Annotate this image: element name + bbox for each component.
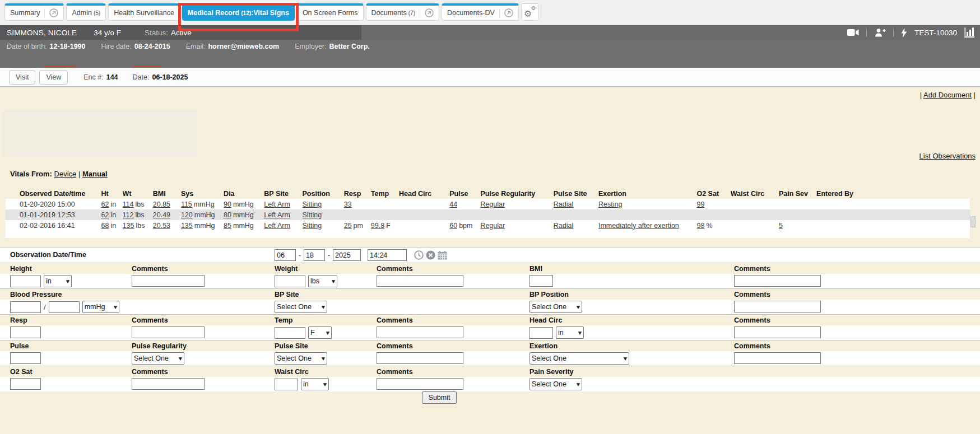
- device-link[interactable]: Device: [54, 170, 77, 178]
- waist-circ-input[interactable]: [275, 379, 298, 390]
- weight-input[interactable]: [275, 276, 305, 287]
- waist-circ-select[interactable]: in: [301, 378, 329, 390]
- blood-pressure-input[interactable]: [49, 301, 80, 313]
- table-cell: Left Arm: [264, 199, 302, 209]
- lightning-bolt-icon[interactable]: [901, 28, 907, 38]
- comments-input[interactable]: [132, 326, 205, 338]
- tab-health-surveillance[interactable]: Health Surveillance: [108, 3, 180, 21]
- vital-value-link[interactable]: 33: [344, 200, 352, 208]
- vital-value-link[interactable]: 120: [181, 211, 193, 219]
- tab-admin[interactable]: Admin(5): [66, 3, 106, 21]
- blood-pressure-input[interactable]: [10, 301, 41, 313]
- vital-value-link[interactable]: Radial: [554, 200, 573, 208]
- pulse-input[interactable]: [10, 352, 41, 364]
- vital-value-link[interactable]: 62: [101, 200, 109, 208]
- bp-site-select[interactable]: Select One: [275, 301, 327, 313]
- obs-time-input[interactable]: [368, 249, 407, 261]
- clear-circle-icon[interactable]: [426, 250, 435, 260]
- vital-value-link[interactable]: Regular: [480, 200, 505, 208]
- obs-month-input[interactable]: [275, 249, 296, 261]
- view-button[interactable]: View: [39, 70, 68, 85]
- video-camera-icon[interactable]: [847, 29, 859, 36]
- vital-value-link[interactable]: 25: [344, 222, 352, 230]
- height-input[interactable]: [10, 276, 41, 287]
- pulse-site-select[interactable]: Select One: [275, 352, 327, 365]
- comments-input[interactable]: [734, 352, 821, 364]
- o2-sat-input[interactable]: [10, 378, 41, 390]
- vital-value-link[interactable]: 98: [696, 222, 704, 230]
- height-select[interactable]: in: [44, 275, 72, 287]
- tab-summary[interactable]: Summary: [4, 3, 64, 21]
- temp-select[interactable]: F: [308, 326, 332, 339]
- vital-value-link[interactable]: 20.49: [153, 211, 170, 219]
- open-in-new-icon[interactable]: [499, 8, 513, 17]
- pain-severity-select[interactable]: Select One: [530, 378, 582, 390]
- bar-chart-icon[interactable]: [964, 27, 974, 38]
- tab-on-screen-forms[interactable]: On Screen Forms: [297, 3, 364, 21]
- vital-value-link[interactable]: Sitting: [303, 222, 322, 230]
- comments-input[interactable]: [377, 378, 463, 390]
- vital-value-link[interactable]: 90: [224, 200, 231, 208]
- exertion-select[interactable]: Select One: [530, 352, 629, 365]
- vital-value-link[interactable]: Sitting: [303, 211, 322, 219]
- comments-input[interactable]: [132, 275, 205, 287]
- bmi-input[interactable]: [530, 275, 553, 287]
- blood-pressure-select[interactable]: mmHg: [82, 301, 119, 313]
- vital-value-link[interactable]: Left Arm: [264, 211, 290, 219]
- vital-value-link[interactable]: 99.8: [371, 222, 384, 230]
- vital-value-link[interactable]: 99: [696, 200, 704, 208]
- comments-input[interactable]: [734, 326, 821, 338]
- vital-value-link[interactable]: Left Arm: [264, 200, 290, 208]
- vital-value-link[interactable]: Immediately after exertion: [598, 222, 679, 230]
- vital-value-link[interactable]: 85: [224, 222, 231, 230]
- vital-value-link[interactable]: 20.85: [153, 200, 170, 208]
- list-observations-link[interactable]: List Observations: [919, 152, 976, 160]
- vital-value-link[interactable]: Resting: [598, 200, 622, 208]
- visit-button[interactable]: Visit: [9, 70, 35, 85]
- calendar-icon[interactable]: [438, 251, 447, 260]
- comments-input[interactable]: [734, 275, 821, 287]
- comments-input[interactable]: [132, 378, 205, 390]
- comments-input[interactable]: [377, 275, 463, 287]
- vital-value-link[interactable]: Radial: [554, 222, 573, 230]
- vital-value-link[interactable]: 135: [181, 222, 193, 230]
- temp-input[interactable]: [275, 327, 305, 339]
- vital-value-link[interactable]: 112: [123, 211, 134, 219]
- tab-medical-record[interactable]: Medical Record(12):Vital Signs: [182, 3, 295, 21]
- vital-value-link[interactable]: 20.53: [153, 222, 170, 230]
- vital-value-link[interactable]: Left Arm: [264, 222, 290, 230]
- add-person-icon[interactable]: [874, 28, 886, 37]
- open-in-new-icon[interactable]: [44, 8, 58, 17]
- vital-value-link[interactable]: 44: [449, 200, 457, 208]
- head-circ-select[interactable]: in: [556, 326, 584, 339]
- vital-value-link[interactable]: 115: [181, 200, 192, 208]
- open-in-new-icon[interactable]: [420, 8, 434, 17]
- bp-position-select[interactable]: Select One: [530, 301, 582, 313]
- manual-link[interactable]: Manual: [82, 170, 108, 178]
- resp-input[interactable]: [10, 326, 41, 338]
- obs-day-input[interactable]: [304, 249, 325, 261]
- comments-input[interactable]: [377, 352, 463, 364]
- clock-icon[interactable]: [414, 250, 424, 260]
- head-circ-input[interactable]: [530, 327, 553, 339]
- table-scrollbar-thumb[interactable]: [970, 216, 976, 227]
- vital-value-link[interactable]: 68: [101, 222, 109, 230]
- tab-documents-dv[interactable]: Documents-DV: [442, 3, 519, 21]
- vital-value-link[interactable]: Regular: [480, 222, 505, 230]
- tab-documents[interactable]: Documents(7): [366, 3, 439, 21]
- vital-value-link[interactable]: 60: [449, 222, 457, 230]
- comments-input[interactable]: [377, 326, 463, 338]
- comments-input[interactable]: [734, 301, 821, 312]
- settings-gear-button[interactable]: ⚙⚙: [521, 3, 539, 21]
- add-document-link[interactable]: Add Document: [923, 91, 972, 99]
- submit-button[interactable]: Submit: [422, 391, 457, 404]
- vital-value-link[interactable]: 135: [123, 222, 134, 230]
- vital-value-link[interactable]: 5: [779, 222, 783, 230]
- vital-value-link[interactable]: 62: [101, 211, 109, 219]
- vital-value-link[interactable]: 114: [123, 200, 134, 208]
- vital-value-link[interactable]: Sitting: [303, 200, 322, 208]
- obs-year-input[interactable]: [333, 249, 361, 261]
- weight-select[interactable]: lbs: [308, 275, 337, 287]
- pulse-regularity-select[interactable]: Select One: [132, 352, 184, 365]
- vital-value-link[interactable]: 80: [224, 211, 231, 219]
